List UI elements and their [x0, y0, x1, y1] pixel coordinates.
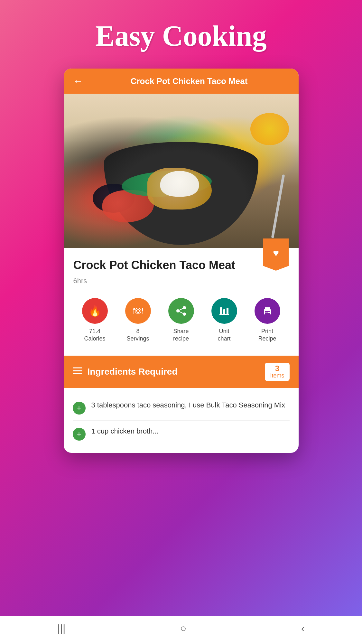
back-button[interactable]: ←	[73, 76, 83, 87]
share-circle	[168, 298, 194, 324]
svg-line-3	[178, 308, 184, 311]
share-action[interactable]: Sharerecipe	[168, 298, 194, 343]
unit-chart-action[interactable]: Unitchart	[211, 298, 237, 343]
svg-rect-13	[265, 313, 270, 314]
calories-action[interactable]: 🔥 71.4Calories	[82, 298, 108, 343]
app-header: ← Crock Pot Chicken Taco Meat	[64, 69, 299, 94]
ingredients-header: Ingredients Required 3 Items	[64, 356, 299, 388]
svg-rect-5	[220, 307, 222, 314]
nav-back[interactable]: ‹	[301, 622, 305, 634]
calories-label: 71.4Calories	[84, 328, 105, 343]
svg-rect-7	[227, 308, 228, 314]
ingredient-list: + 3 tablespoons taco seasoning, I use Bu…	[64, 388, 299, 453]
ingredient-item: + 1 cup chicken broth...	[73, 421, 290, 446]
calories-circle: 🔥	[82, 298, 108, 324]
svg-rect-11	[265, 311, 270, 312]
ingredient-text: 1 cup chicken broth...	[91, 426, 159, 436]
ingredients-title: Ingredients Required	[88, 367, 265, 377]
dish-icon: 🍽	[133, 305, 143, 317]
page-title: Easy Cooking	[95, 19, 267, 52]
ingredients-count: 3 Items	[265, 363, 289, 381]
count-number: 3	[275, 365, 279, 372]
heart-icon: ♥	[273, 247, 279, 259]
list-icon	[73, 366, 82, 378]
print-circle	[255, 298, 280, 324]
servings-action[interactable]: 🍽 8Servings	[125, 298, 151, 343]
share-label: Sharerecipe	[173, 328, 189, 343]
recipe-time: 6hrs	[73, 277, 289, 285]
servings-circle: 🍽	[125, 298, 151, 324]
unit-label: Unitchart	[218, 328, 230, 343]
print-icon	[261, 305, 274, 317]
recipe-info: ♥ Crock Pot Chicken Taco Meat 6hrs 🔥 71.…	[64, 248, 299, 356]
header-title: Crock Pot Chicken Taco Meat	[89, 76, 289, 86]
share-icon	[175, 305, 187, 317]
bookmark-button[interactable]: ♥	[263, 238, 289, 271]
svg-rect-10	[265, 307, 270, 310]
ingredient-text: 3 tablespoons taco seasoning, I use Bulk…	[91, 400, 285, 410]
unit-circle	[211, 298, 237, 324]
count-label: Items	[270, 372, 284, 379]
servings-label: 8Servings	[126, 328, 149, 343]
print-label: PrintRecipe	[258, 328, 276, 343]
add-ingredient-button[interactable]: +	[73, 402, 86, 415]
nav-home[interactable]: ○	[180, 622, 186, 634]
add-ingredient-button[interactable]: +	[73, 428, 86, 441]
recipe-title: Crock Pot Chicken Taco Meat	[73, 258, 250, 273]
fire-icon: 🔥	[88, 305, 101, 317]
recipe-image	[64, 94, 299, 248]
chart-icon	[218, 305, 230, 317]
svg-rect-12	[265, 313, 268, 313]
svg-line-4	[178, 311, 184, 314]
bottom-nav: ||| ○ ‹	[0, 616, 362, 644]
nav-recent-apps[interactable]: |||	[57, 622, 65, 634]
ingredient-item: + 3 tablespoons taco seasoning, I use Bu…	[73, 395, 290, 421]
svg-rect-6	[223, 309, 225, 314]
action-row: 🔥 71.4Calories 🍽 8Servings	[73, 295, 289, 349]
app-card: ← Crock Pot Chicken Taco Meat ♥ Crock Po…	[64, 69, 299, 453]
print-action[interactable]: PrintRecipe	[255, 298, 280, 343]
